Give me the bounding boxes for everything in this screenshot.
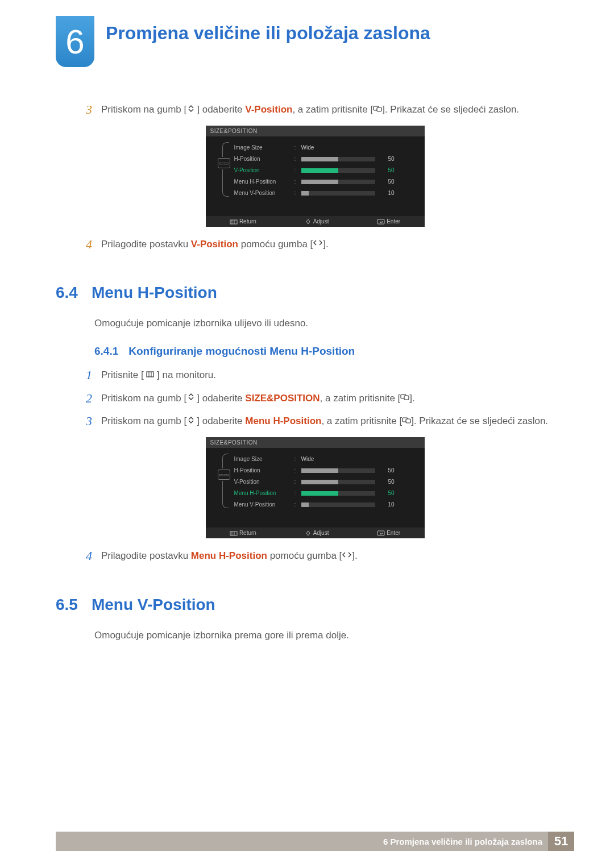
osd-row-label: Image Size	[234, 456, 291, 462]
step-text: Pritisnite [ ] na monitoru.	[101, 368, 574, 383]
svg-rect-12	[406, 419, 410, 423]
chapter-number: 6	[65, 22, 84, 61]
section-6-4-para: Omogućuje pomicanje izbornika ulijevo il…	[94, 318, 574, 329]
osd-row-number: 10	[380, 190, 395, 196]
s641-step-2: 2 Pritiskom na gumb [] odaberite SIZE&PO…	[56, 391, 574, 406]
osd-row-value: Wide	[301, 144, 335, 151]
osd-row-bar	[301, 168, 375, 173]
section-title: Menu V-Position	[92, 596, 215, 614]
osd-foot-enter: Enter	[377, 218, 400, 225]
osd-row-bar	[301, 491, 375, 496]
step-number: 2	[56, 391, 101, 406]
osd-row-label: V-Position	[234, 167, 291, 173]
osd-foot-enter: Enter	[377, 530, 400, 536]
step-number: 4	[56, 237, 101, 252]
osd-row: V-Position:50	[234, 165, 417, 176]
osd-foot-adjust: Adjust	[305, 530, 329, 536]
step-number: 3	[56, 414, 101, 429]
leftright-icon	[313, 236, 323, 251]
osd-row-number: 10	[380, 501, 395, 508]
osd-row-label: H-Position	[234, 156, 291, 162]
osd-footer: Return Adjust Enter	[206, 528, 425, 538]
step-text: Prilagodite postavku V-Position pomoću g…	[101, 237, 574, 252]
osd-footer: Return Adjust Enter	[206, 216, 425, 227]
osd-row-label: V-Position	[234, 479, 291, 485]
enter-icon	[400, 391, 409, 405]
section-6-4-head: 6.4 Menu H-Position	[56, 284, 574, 302]
section-6-5-head: 6.5 Menu V-Position	[56, 596, 574, 614]
enter-icon	[402, 414, 411, 429]
subsection-title: Konfiguriranje mogućnosti Menu H-Positio…	[128, 345, 355, 358]
osd-title: SIZE&POSITION	[206, 437, 425, 448]
osd-foot-return: Return	[230, 218, 256, 225]
highlight: Menu H-Position	[245, 416, 321, 426]
highlight: SIZE&POSITION	[245, 393, 320, 404]
osd-row-bar	[301, 480, 375, 484]
osd-row: Image Size:Wide	[234, 142, 417, 153]
updown-icon	[186, 414, 197, 429]
step-text: Pritiskom na gumb [] odaberite V-Positio…	[101, 102, 574, 118]
step-number: 1	[56, 368, 101, 383]
osd-row-label: Menu H-Position	[234, 490, 291, 496]
osd-row: Image Size:Wide	[234, 454, 417, 465]
osd-row-bar	[301, 157, 375, 161]
section-number: 6.4	[56, 284, 78, 302]
subsection-6-4-1-head: 6.4.1 Konfiguriranje mogućnosti Menu H-P…	[94, 345, 574, 358]
osd-side: ▭▭	[214, 454, 234, 517]
osd-row-number: 50	[380, 178, 395, 185]
osd-row-label: Menu V-Position	[234, 501, 291, 508]
osd-row: Menu H-Position:50	[234, 488, 417, 499]
osd-row-number: 50	[380, 490, 395, 496]
chapter-title: Promjena veličine ili položaja zaslona	[106, 23, 430, 44]
updown-icon	[186, 391, 197, 405]
osd-row-number: 50	[380, 167, 395, 173]
osd-row-bar	[301, 468, 375, 473]
osd-panel-2: SIZE&POSITION ▭▭ Image Size:WideH-Positi…	[206, 437, 425, 538]
step-3-top: 3 Pritiskom na gumb [] odaberite V-Posit…	[56, 102, 574, 118]
page-footer: 6 Promjena veličine ili položaja zaslona…	[56, 832, 574, 851]
osd-foot-adjust: Adjust	[305, 218, 329, 225]
osd-row: Menu H-Position:50	[234, 176, 417, 188]
osd-row-bar	[301, 180, 375, 184]
footer-text: 6 Promjena veličine ili položaja zaslona	[383, 837, 548, 846]
highlight: V-Position	[191, 239, 238, 250]
step-text: Pritiskom na gumb [] odaberite SIZE&POSI…	[101, 391, 574, 406]
osd-row: H-Position:50	[234, 465, 417, 476]
step-text: Prilagodite postavku Menu H-Position pom…	[101, 549, 574, 564]
step-text: Pritiskom na gumb [] odaberite Menu H-Po…	[101, 414, 574, 429]
step-number: 4	[56, 549, 101, 564]
osd-side: ▭▭	[214, 142, 234, 206]
osd-row-bar	[301, 502, 375, 507]
svg-rect-10	[404, 396, 409, 400]
svg-rect-6	[147, 372, 154, 377]
enter-icon	[373, 102, 382, 117]
osd-foot-return: Return	[230, 530, 256, 536]
osd-side-icon: ▭▭	[218, 470, 230, 480]
osd-side-icon: ▭▭	[218, 158, 230, 168]
osd-row-number: 50	[380, 479, 395, 485]
osd-row-number: 50	[380, 467, 395, 474]
highlight: Menu H-Position	[191, 550, 267, 561]
osd-row-label: Image Size	[234, 144, 291, 151]
s641-step-4: 4 Prilagodite postavku Menu H-Position p…	[56, 549, 574, 564]
chapter-badge: 6	[56, 16, 94, 67]
svg-rect-1	[377, 107, 381, 111]
osd-row-number: 50	[380, 156, 395, 162]
s641-step-1: 1 Pritisnite [ ] na monitoru.	[56, 368, 574, 383]
osd-row-label: Menu H-Position	[234, 178, 291, 185]
osd-row-label: Menu V-Position	[234, 190, 291, 196]
s641-step-3: 3 Pritiskom na gumb [] odaberite Menu H-…	[56, 414, 574, 429]
osd-row-label: H-Position	[234, 467, 291, 474]
leftright-icon	[342, 549, 352, 563]
osd-panel-1: SIZE&POSITION ▭▭ Image Size:WideH-Positi…	[206, 126, 425, 227]
osd-row: Menu V-Position:10	[234, 188, 417, 199]
section-number: 6.5	[56, 596, 78, 614]
svg-rect-13	[230, 531, 237, 535]
section-6-5-para: Omogućuje pomicanje izbornika prema gore…	[94, 630, 574, 641]
step-4-top: 4 Prilagodite postavku V-Position pomoću…	[56, 237, 574, 252]
osd-row: H-Position:50	[234, 153, 417, 165]
osd-row-bar	[301, 191, 375, 196]
svg-rect-2	[230, 220, 237, 224]
section-title: Menu H-Position	[92, 284, 217, 302]
osd-row-value: Wide	[301, 456, 335, 462]
